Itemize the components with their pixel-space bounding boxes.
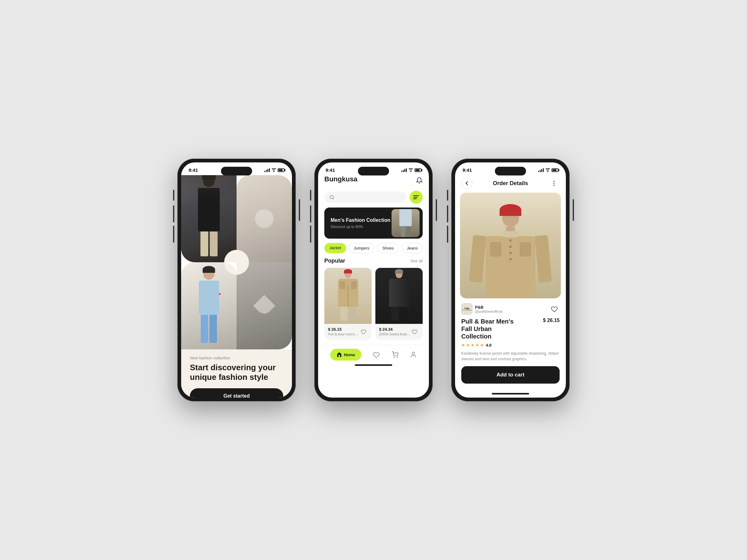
see-all-link[interactable]: See all <box>410 259 423 263</box>
app-name: Bungkusa <box>324 175 357 183</box>
product-card-2[interactable]: $ 24.34 ZARA United Arab... <box>376 268 423 340</box>
onboarding-subtitle: New fashion collection <box>190 355 283 360</box>
wifi-icon-2 <box>408 168 413 172</box>
onboarding-headline: Start discovering your unique fashion st… <box>190 363 283 382</box>
phone-3-order-details: 9:41 Order Details <box>451 159 570 401</box>
power-button-2 <box>436 199 437 221</box>
nav-wishlist[interactable] <box>373 351 380 358</box>
more-icon <box>553 181 555 186</box>
star-1: ★ <box>461 343 465 348</box>
search-row <box>324 191 423 204</box>
order-header: Order Details <box>455 175 566 193</box>
add-to-cart-button[interactable]: Add to cart <box>461 366 560 383</box>
banner-title: Men's Fashion Collection <box>331 217 390 223</box>
volume-down-button-2 <box>310 225 311 243</box>
favorite-button[interactable] <box>549 304 560 314</box>
order-details-content: P&B PULL&BEAR P&B @pull&bearofficial <box>455 298 566 391</box>
heart-icon-2 <box>412 329 417 334</box>
category-jumpers[interactable]: Jumpers <box>349 243 375 253</box>
signal-icon <box>264 168 270 172</box>
product-title-price-row: Pull & Bear Men's Fall Urban Collection … <box>461 318 560 340</box>
phone-1-onboarding: 9:41 <box>177 159 296 401</box>
nav-home-button[interactable]: Home <box>330 349 361 361</box>
product-detail-price: $ 26.15 <box>543 318 560 323</box>
status-time-2: 9:41 <box>326 167 335 173</box>
volume-up-button <box>173 205 174 222</box>
wifi-icon-3 <box>545 168 550 172</box>
order-page-title: Order Details <box>493 180 528 187</box>
onboarding-text-section: New fashion collection Start discovering… <box>181 349 292 398</box>
brand-logo: P&B PULL&BEAR <box>461 303 472 315</box>
notification-bell[interactable] <box>416 177 423 185</box>
svg-point-9 <box>553 183 554 184</box>
power-button-3 <box>573 199 574 221</box>
status-icons-3 <box>538 168 558 172</box>
photo-cell-bottom-right <box>236 262 292 349</box>
bottom-nav: Home <box>318 345 429 362</box>
category-shoes[interactable]: Shoes <box>377 243 399 253</box>
svg-point-4 <box>418 196 419 198</box>
category-more[interactable]: S <box>426 243 429 253</box>
nav-cart[interactable] <box>391 351 398 358</box>
star-4: ★ <box>475 343 479 348</box>
nav-home-label: Home <box>344 352 355 357</box>
star-2: ★ <box>466 343 470 348</box>
brand-name: P&B <box>475 305 503 310</box>
signal-icon-2 <box>401 168 407 172</box>
brand-info: P&B PULL&BEAR P&B @pull&bearofficial <box>461 303 503 315</box>
banner-person <box>391 209 419 237</box>
star-3: ★ <box>471 343 475 348</box>
svg-point-5 <box>394 357 394 357</box>
svg-point-10 <box>553 185 554 186</box>
status-icons <box>264 168 284 172</box>
category-jacket[interactable]: Jacket <box>324 243 346 253</box>
volume-up-button-2 <box>310 205 311 222</box>
category-jeans[interactable]: Jeans <box>402 243 423 253</box>
banner-image <box>391 209 419 237</box>
popular-section-header: Popular See all <box>318 258 429 268</box>
battery-icon-2 <box>415 168 421 172</box>
wishlist-button-2[interactable] <box>410 327 419 336</box>
back-arrow-icon <box>465 181 468 186</box>
volume-down-button <box>173 225 174 243</box>
get-started-button[interactable]: Get started <box>190 388 283 398</box>
more-options-button[interactable] <box>548 178 560 189</box>
nav-heart-icon <box>373 351 380 358</box>
photo-cell-bottom-left <box>181 262 236 349</box>
photo-cell-top-right <box>236 175 292 262</box>
back-button[interactable] <box>461 178 472 189</box>
product-title: Pull & Bear Men's Fall Urban Collection <box>461 318 523 340</box>
status-icons-2 <box>401 168 421 172</box>
wishlist-button-1[interactable] <box>359 327 368 336</box>
product-image-1 <box>324 268 371 324</box>
mute-button <box>173 190 174 201</box>
onboarding-content: New fashion collection Start discovering… <box>181 175 292 398</box>
svg-point-8 <box>553 181 554 182</box>
nav-profile[interactable] <box>410 351 417 358</box>
star-5: ★ <box>480 343 484 348</box>
promo-banner[interactable]: Men's Fashion Collection Discount up to … <box>324 208 423 239</box>
search-bar[interactable] <box>324 192 407 203</box>
brand-handle: @pull&bearofficial <box>475 310 503 313</box>
nav-user-icon <box>410 351 417 358</box>
battery-icon <box>278 168 284 172</box>
phone-2-browse: 9:41 Bungkusa <box>314 159 433 401</box>
star-rating: ★ ★ ★ ★ ★ <box>461 343 484 348</box>
mute-button-2 <box>310 190 311 201</box>
svg-point-0 <box>330 195 333 199</box>
section-title: Popular <box>324 258 345 264</box>
dynamic-island-3 <box>495 167 526 176</box>
banner-discount: Discount up to 60% <box>331 224 390 229</box>
product-card-1[interactable]: $ 26.15 Pull & bear men's... <box>324 268 371 340</box>
filter-button[interactable] <box>410 191 423 204</box>
volume-down-button-3 <box>447 225 448 243</box>
category-chips: Jacket Jumpers Shoes Jeans S <box>318 243 429 258</box>
home-icon <box>336 352 342 357</box>
nav-cart-icon <box>391 351 398 358</box>
product-hero-image <box>460 193 561 298</box>
heart-icon-1 <box>361 329 366 334</box>
filter-icon <box>413 195 419 199</box>
svg-point-6 <box>397 357 397 357</box>
brand-row: P&B PULL&BEAR P&B @pull&bearofficial <box>461 303 560 315</box>
photo-cell-top-left <box>181 175 236 262</box>
